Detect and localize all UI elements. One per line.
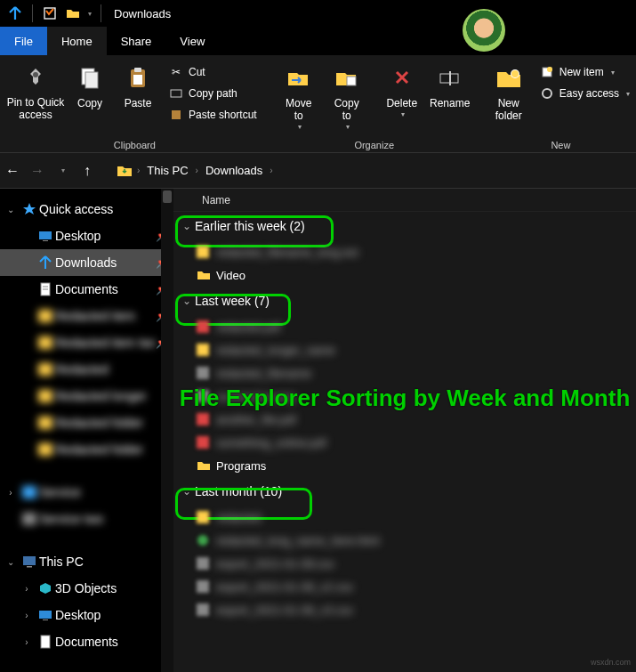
watermark: wsxdn.com (591, 658, 631, 667)
chevron-right-icon: › (18, 611, 36, 620)
list-item[interactable]: redacted.pdf (173, 315, 636, 338)
svg-rect-23 (38, 336, 52, 349)
svg-point-43 (197, 535, 208, 546)
tree-item-blurred[interactable]: ›Service (0, 479, 173, 506)
organize-group-label: Organize (275, 138, 474, 150)
svg-point-15 (547, 67, 552, 72)
breadcrumb-thispc[interactable]: This PC (141, 161, 193, 180)
new-group-label: New (485, 138, 636, 150)
easy-access-button[interactable]: Easy access▾ (536, 84, 633, 103)
move-to-button[interactable]: Move to▾ (275, 59, 323, 131)
3d-objects-icon (36, 581, 55, 595)
forward-button[interactable]: → (25, 158, 50, 183)
group-earlier-this-week[interactable]: ⌄Earlier this week (2) (173, 212, 636, 240)
chevron-down-icon: ▾ (298, 123, 302, 131)
svg-rect-17 (39, 231, 52, 239)
list-item[interactable]: screenshot.png (173, 385, 636, 408)
svg-rect-26 (38, 417, 52, 429)
qat-save-icon[interactable] (41, 4, 59, 22)
svg-rect-9 (347, 77, 356, 85)
qat-folder-icon[interactable] (64, 4, 82, 22)
tree-item-blurred[interactable]: ›Redacted item📌 (0, 303, 173, 329)
delete-button[interactable]: Delete▾ (378, 59, 426, 118)
breadcrumb-sep[interactable]: › (268, 166, 274, 175)
list-item[interactable]: redacted (173, 506, 636, 529)
list-item[interactable]: something_online.pdf (173, 431, 636, 454)
new-item-button[interactable]: New item▾ (536, 62, 633, 82)
back-button[interactable]: ← (0, 158, 25, 183)
this-pc-icon (20, 555, 39, 568)
cut-button[interactable]: ✂Cut (165, 62, 261, 82)
breadcrumb-sep[interactable]: › (135, 166, 141, 175)
copy-icon (76, 64, 104, 93)
tree-item-blurred[interactable]: ›Redacted folder (0, 409, 173, 436)
up-button[interactable]: ↑ (75, 158, 100, 183)
tree-desktop[interactable]: ›Desktop📌 (0, 223, 173, 249)
tree-item-blurred[interactable]: ›Redacted longer (0, 383, 173, 409)
svg-rect-32 (39, 611, 52, 619)
new-folder-button[interactable]: New folder (485, 59, 533, 122)
svg-rect-28 (22, 486, 36, 498)
documents-icon (36, 282, 55, 296)
list-item[interactable]: redacted_long_name_here.html (173, 529, 636, 552)
list-item[interactable]: another_file.pdf (173, 408, 636, 431)
pin-quick-access-button[interactable]: Pin to Quick access (5, 59, 66, 122)
svg-rect-36 (197, 320, 209, 333)
tab-share[interactable]: Share (107, 27, 166, 55)
tree-item-blurred[interactable]: ›Service two (0, 506, 173, 532)
list-item[interactable]: export_2021-01-09.csv (173, 552, 636, 575)
column-name[interactable]: Name (202, 194, 230, 206)
svg-rect-40 (197, 413, 209, 425)
svg-rect-31 (27, 566, 32, 568)
breadcrumb-downloads[interactable]: Downloads (200, 161, 268, 180)
breadcrumb-sep[interactable]: › (194, 166, 200, 175)
tree-downloads[interactable]: ›Downloads📌 (0, 249, 173, 276)
tree-quick-access[interactable]: ⌄Quick access (0, 196, 173, 223)
tree-item-blurred[interactable]: ›Redacted folder (0, 436, 173, 463)
address-bar: ← → ▾ ↑ › This PC › Downloads › (0, 153, 636, 189)
chevron-down-icon: ⌄ (2, 557, 20, 567)
svg-point-1 (33, 72, 38, 77)
copy-button[interactable]: Copy (66, 59, 114, 109)
tab-file[interactable]: File (0, 27, 47, 55)
tree-documents-pc[interactable]: ›Documents (0, 628, 173, 655)
tree-3d-objects[interactable]: ›3D Objects (0, 575, 173, 602)
list-item[interactable]: redacted_filename_long.ext (173, 240, 636, 263)
group-last-week[interactable]: ⌄Last week (7) (173, 287, 636, 315)
qat-expand-icon[interactable]: ▾ (85, 10, 95, 18)
list-item-programs[interactable]: Programs (173, 454, 636, 477)
tree-item-blurred[interactable]: ›Redacted (0, 356, 173, 383)
copy-path-button[interactable]: Copy path (165, 84, 261, 103)
rename-button[interactable]: Rename (426, 59, 474, 109)
list-item[interactable]: redacted_filename (173, 361, 636, 385)
list-item[interactable]: export_2021-01-09_v3.csv (173, 598, 636, 621)
chevron-right-icon: › (18, 584, 36, 594)
tree-documents[interactable]: ›Documents📌 (0, 276, 173, 303)
tree-item-blurred[interactable]: ›Redacted item two📌 (0, 329, 173, 356)
title-bar: ▾ Downloads (0, 0, 636, 27)
recent-locations-button[interactable]: ▾ (50, 158, 75, 183)
downloads-folder-icon[interactable] (116, 162, 133, 180)
tree-scrollbar[interactable] (161, 189, 173, 672)
tree-this-pc[interactable]: ⌄This PC (0, 548, 173, 575)
paste-shortcut-button[interactable]: Paste shortcut (165, 105, 261, 125)
list-item[interactable]: redacted_longer_name (173, 338, 636, 361)
app-icon (6, 4, 24, 22)
paste-icon (124, 64, 152, 93)
chevron-right-icon: › (18, 637, 36, 647)
list-item[interactable]: export_2021-01-09_v2.csv (173, 575, 636, 598)
chevron-down-icon: ▾ (61, 166, 65, 174)
paste-shortcut-icon (169, 108, 183, 122)
paste-button[interactable]: Paste (114, 59, 162, 109)
chevron-down-icon: ⌄ (2, 205, 20, 215)
group-last-month[interactable]: ⌄Last month (10) (173, 477, 636, 506)
tree-desktop-pc[interactable]: ›Desktop (0, 602, 173, 628)
navigation-tree: ⌄Quick access ›Desktop📌 ›Downloads📌 ›Doc… (0, 189, 173, 672)
chevron-down-icon: ▾ (346, 123, 350, 131)
tab-home[interactable]: Home (47, 27, 107, 55)
copy-to-button[interactable]: Copy to▾ (323, 59, 371, 131)
star-icon (20, 202, 39, 216)
svg-rect-35 (197, 246, 209, 258)
tab-view[interactable]: View (165, 27, 219, 55)
list-item-video[interactable]: Video (173, 263, 636, 287)
